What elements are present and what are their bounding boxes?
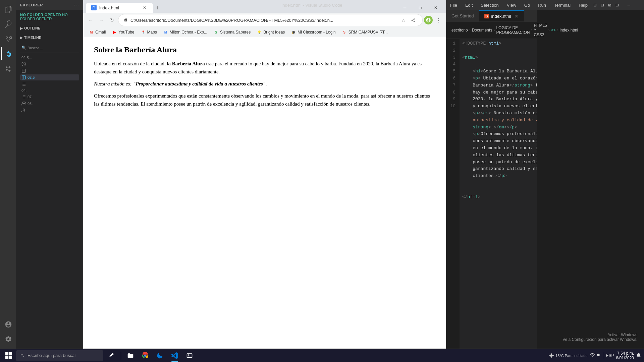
index-html-tab-close[interactable]: ✕ <box>515 13 519 19</box>
breadcrumb-escritorio[interactable]: escritorio <box>451 28 468 33</box>
close-button[interactable]: ✕ <box>428 3 443 13</box>
back-button[interactable]: ← <box>86 15 95 25</box>
activity-debug[interactable] <box>1 47 15 60</box>
start-button[interactable] <box>3 350 15 362</box>
menu-go[interactable]: Go <box>520 1 534 10</box>
address-bar[interactable]: C:/Users/escritorio/Documents/LOGICA%20D… <box>118 14 423 26</box>
tab-title: index.html <box>99 5 119 10</box>
tray-network[interactable] <box>590 352 595 359</box>
explorer-item-active[interactable]: 02.5 <box>20 74 79 80</box>
time-display: 7:54 p.m. <box>616 351 634 356</box>
menu-file[interactable]: File <box>446 1 461 10</box>
explorer-item-01[interactable]: 🔍 Buscar ... <box>20 45 79 51</box>
bookmark-gmail[interactable]: M Gmail <box>86 28 108 36</box>
menu-view[interactable]: View <box>503 1 520 10</box>
bookmark-miltonochoa[interactable]: M Milton Ochoa - Exp... <box>160 28 210 36</box>
explorer-item-05[interactable] <box>20 81 79 87</box>
notification-button[interactable] <box>636 352 641 359</box>
srm-favicon: S <box>342 29 347 35</box>
tab-close-button[interactable]: ✕ <box>142 5 148 11</box>
new-tab-button[interactable]: + <box>153 3 162 13</box>
tray-volume[interactable] <box>596 352 602 359</box>
vscode-minimize[interactable]: ─ <box>621 0 637 10</box>
bookmark-srm[interactable]: S SRM CAMPUSVIRT... <box>339 28 390 36</box>
taskbar-widgets[interactable] <box>105 350 118 362</box>
forward-button[interactable]: → <box>97 15 106 25</box>
activity-explorer[interactable] <box>1 3 15 16</box>
bookmark-classroom[interactable]: 🎓 Mi Classroom - Login <box>288 28 338 36</box>
weather-widget[interactable]: 15°C Parc. nublado <box>549 353 588 358</box>
layout-icon-1[interactable]: ⊞ <box>592 2 598 8</box>
menu-run[interactable]: Run <box>534 1 550 10</box>
taskbar-edge[interactable] <box>153 350 167 362</box>
bookmark-youtube-label: YouTube <box>118 30 134 35</box>
share-button[interactable] <box>409 16 417 24</box>
maximize-button[interactable]: □ <box>413 3 428 13</box>
breadcrumb-indexhtml[interactable]: index.html <box>560 28 578 33</box>
activity-settings[interactable] <box>1 333 15 346</box>
sep1: › <box>469 28 471 33</box>
explorer-item-03[interactable] <box>20 61 79 67</box>
explorer-item-02[interactable]: 02.S... <box>20 55 79 60</box>
clock[interactable]: 7:54 p.m. 8/01/2023 <box>616 351 634 360</box>
editor-breadcrumb: escritorio › Documents › LOGICA DE PROGR… <box>446 22 537 39</box>
bookmark-maps-label: Maps <box>147 30 157 35</box>
taskbar-chrome[interactable] <box>139 350 152 362</box>
menu-help[interactable]: Help <box>575 1 592 10</box>
explorer-item-07[interactable]: 07. <box>20 94 79 100</box>
menu-edit[interactable]: Edit <box>461 1 477 10</box>
tab-index-html[interactable]: index.html ✕ <box>479 10 524 21</box>
taskbar-search-label[interactable]: Escribe aquí para buscar <box>28 353 76 358</box>
code-editor-area[interactable]: 1 2 3 4 5 6 7 8 <box>446 39 537 349</box>
explorer-item-09[interactable] <box>20 107 79 113</box>
vscode-maximize[interactable]: □ <box>637 0 644 10</box>
bookmark-youtube[interactable]: ▶ YouTube <box>109 28 137 36</box>
bookmark-star-button[interactable]: ☆ <box>399 16 408 24</box>
sep4: › <box>548 28 550 33</box>
explorer-dots[interactable]: ··· <box>74 2 79 8</box>
bookmark-brightideas[interactable]: 💡 Bright Ideas <box>254 28 287 36</box>
layout-icon-4[interactable]: ⊡ <box>614 2 621 8</box>
taskbar-files[interactable] <box>124 350 137 362</box>
timeline-section-header[interactable]: ▶ TIMELINE <box>16 34 83 41</box>
vscode-right-explorer: Get Started index.html ✕ escritorio › Do… <box>446 10 537 349</box>
tray-icons <box>590 352 602 359</box>
bookmark-sistemasaberes[interactable]: S Sistema Saberes <box>211 28 253 36</box>
activity-git[interactable] <box>1 32 15 46</box>
tab-get-started[interactable]: Get Started <box>446 11 479 21</box>
breadcrumb-documents[interactable]: Documents <box>472 28 492 33</box>
sep5: › <box>557 28 558 33</box>
bookmark-miltonochoa-label: Milton Ochoa - Exp... <box>170 30 207 35</box>
browser-menu-button[interactable]: ⋮ <box>434 15 443 25</box>
explorer-item-08[interactable]: 08. <box>20 101 79 107</box>
lock-icon <box>124 18 128 23</box>
outline-section-header[interactable]: ▶ OUTLINE <box>16 25 83 32</box>
profile-avatar[interactable] <box>424 16 433 24</box>
taskbar-search-box[interactable]: Escribe aquí para buscar <box>16 350 103 361</box>
explorer-item-06[interactable]: 04. <box>20 88 79 93</box>
breadcrumb-html5[interactable]: HTML5 Y CSS3 <box>534 23 547 37</box>
activity-search[interactable] <box>1 17 15 31</box>
code-content[interactable]: <!DOCTYPE html> <html> <h1>Sobre la Barb… <box>460 39 537 349</box>
bookmarks-bar: M Gmail ▶ YouTube 📍 Maps M Milton Ochoa … <box>83 27 446 37</box>
explorer-item-04[interactable] <box>20 68 79 74</box>
browser-tab-active[interactable]: index.html ✕ <box>86 3 153 13</box>
taskbar-vscode[interactable] <box>168 350 181 362</box>
outline-chevron: ▶ <box>20 26 23 30</box>
layout-icon-3[interactable]: ⊠ <box>606 2 613 8</box>
taskbar-terminal[interactable] <box>183 350 196 362</box>
menu-selection[interactable]: Selection <box>477 1 502 10</box>
layout-icon-2[interactable]: ⊟ <box>599 2 606 8</box>
activity-extensions[interactable] <box>1 62 15 75</box>
menu-terminal[interactable]: Terminal <box>550 1 575 10</box>
date-display: 8/01/2023 <box>616 356 634 360</box>
minimize-button[interactable]: ─ <box>397 3 413 13</box>
get-started-label: Get Started <box>451 13 474 18</box>
address-actions: ☆ <box>399 16 417 24</box>
activity-accounts[interactable] <box>1 318 15 331</box>
reload-button[interactable]: ↻ <box>107 15 117 25</box>
language-indicator[interactable]: ESP <box>606 353 614 358</box>
breadcrumb-logica[interactable]: LOGICA DE PROGRAMACION <box>496 25 530 35</box>
address-text: C:/Users/escritorio/Documents/LOGICA%20D… <box>130 18 397 23</box>
bookmark-maps[interactable]: 📍 Maps <box>138 28 160 36</box>
